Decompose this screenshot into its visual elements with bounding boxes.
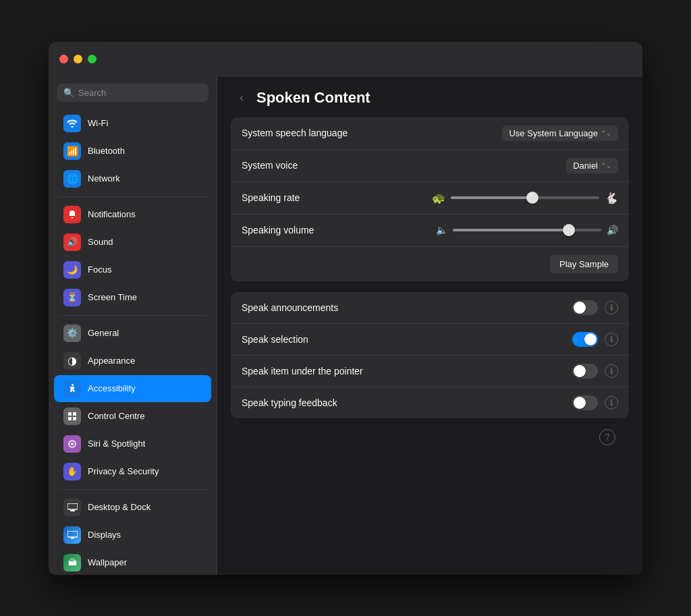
speak-typing-toggle[interactable] [572,395,598,410]
svg-rect-7 [67,503,78,509]
speech-settings-card: System speech language Use System Langua… [231,117,629,281]
speak-selection-row: Speak selection ℹ [231,324,629,356]
screen-time-icon: ⏳ [63,289,81,306]
sidebar-item-appearance[interactable]: ◑ Appearance [54,347,211,374]
privacy-icon: ✋ [63,463,81,480]
close-button[interactable] [59,55,68,63]
speak-pointer-row: Speak item under the pointer ℹ [231,356,629,387]
speech-language-label: System speech language [242,128,502,138]
sidebar-item-screen-time[interactable]: ⏳ Screen Time [54,284,211,311]
general-icon: ⚙️ [63,325,81,342]
sidebar-item-wifi[interactable]: Wi-Fi [54,110,211,137]
sidebar-label-notifications: Notifications [88,209,136,219]
speech-language-select[interactable]: Use System Language ⌃⌄ [502,125,618,141]
sidebar-label-wallpaper: Wallpaper [88,557,127,567]
maximize-button[interactable] [88,55,96,63]
back-button[interactable]: ‹ [233,90,250,106]
control-centre-icon [63,408,81,425]
speak-typing-info-button[interactable]: ℹ [605,396,618,410]
speaking-rate-track [451,196,599,199]
sidebar-item-siri-spotlight[interactable]: Siri & Spotlight [54,430,211,457]
wallpaper-icon: 🏔 [63,554,81,571]
sidebar-label-wifi: Wi-Fi [88,118,108,128]
sidebar-item-wallpaper[interactable]: 🏔 Wallpaper [54,549,211,575]
main-header: ‹ Spoken Content [217,77,642,117]
divider-3 [58,489,207,490]
system-settings-window: 🔍 Wi-Fi 📶 Bluetooth [49,42,642,575]
speaking-volume-label: Speaking volume [242,225,430,235]
title-bar [49,42,642,77]
sidebar-label-siri: Siri & Spotlight [88,439,145,449]
sidebar-item-control-centre[interactable]: Control Centre [54,403,211,430]
back-chevron-icon: ‹ [240,90,244,105]
speaking-volume-fill [453,229,569,231]
sidebar-item-desktop-dock[interactable]: Desktop & Dock [54,494,211,521]
sidebar-item-focus[interactable]: 🌙 Focus [54,256,211,283]
speak-selection-toggle[interactable] [572,332,598,347]
search-icon: 🔍 [63,88,74,98]
svg-rect-8 [70,510,75,511]
speaking-volume-track [453,229,601,231]
speak-selection-label: Speak selection [242,334,565,345]
page-title: Spoken Content [256,89,370,107]
focus-icon: 🌙 [63,261,81,279]
sidebar-item-sound[interactable]: 🔊 Sound [54,229,211,256]
slow-turtle-icon: 🐢 [432,192,445,204]
accessibility-icon [63,380,81,397]
speech-language-value: Use System Language [509,128,598,138]
appearance-icon: ◑ [63,352,81,370]
divider-2 [58,315,207,316]
minimize-button[interactable] [74,55,82,63]
sidebar-label-control-centre: Control Centre [88,411,145,421]
speak-selection-info-button[interactable]: ℹ [605,333,618,346]
svg-rect-9 [67,531,78,537]
speak-pointer-label: Speak item under the pointer [242,366,565,376]
desktop-dock-icon [63,499,81,516]
displays-icon [63,526,81,544]
search-input[interactable] [78,88,202,98]
sidebar-label-accessibility: Accessibility [88,383,136,393]
speaking-rate-row: Speaking rate 🐢 🐇 [231,182,629,215]
svg-rect-10 [71,538,74,539]
content-area: 🔍 Wi-Fi 📶 Bluetooth [49,77,642,575]
sidebar-label-focus: Focus [88,264,111,275]
sidebar-label-sound: Sound [88,237,113,247]
sidebar-item-bluetooth[interactable]: 📶 Bluetooth [54,138,211,165]
speech-language-row: System speech language Use System Langua… [231,117,629,150]
chevron-updown-icon: ⌃⌄ [601,130,611,137]
traffic-lights [59,55,96,63]
speak-pointer-info-button[interactable]: ℹ [605,364,618,378]
siri-icon [63,435,81,453]
play-sample-button[interactable]: Play Sample [550,255,618,273]
svg-rect-4 [73,417,76,420]
speaking-volume-thumb[interactable] [563,224,575,236]
divider-1 [58,196,207,197]
speak-pointer-knob [574,365,586,377]
system-voice-value: Daniel [573,161,598,171]
system-voice-control: Daniel ⌃⌄ [566,158,618,173]
speak-announcements-info-button[interactable]: ℹ [605,301,618,314]
sidebar: 🔍 Wi-Fi 📶 Bluetooth [49,77,217,575]
sidebar-item-accessibility[interactable]: Accessibility [54,375,211,402]
bluetooth-icon: 📶 [63,142,81,160]
speak-typing-knob [574,397,586,409]
speak-pointer-toggle[interactable] [572,364,598,379]
sidebar-item-general[interactable]: ⚙️ General [54,320,211,347]
sidebar-item-notifications[interactable]: Notifications [54,201,211,228]
sidebar-label-general: General [88,328,119,338]
svg-rect-2 [73,412,76,416]
help-button[interactable]: ? [599,429,615,445]
sidebar-item-network[interactable]: 🌐 Network [54,165,211,192]
toggle-settings-card: Speak announcements ℹ Speak selection ℹ [231,292,629,418]
system-voice-select[interactable]: Daniel ⌃⌄ [566,158,618,173]
fast-rabbit-icon: 🐇 [605,192,618,204]
notifications-icon [63,206,81,223]
play-sample-row: Play Sample [231,247,629,281]
sidebar-item-privacy-security[interactable]: ✋ Privacy & Security [54,458,211,485]
search-box[interactable]: 🔍 [57,84,209,102]
sidebar-item-displays[interactable]: Displays [54,522,211,549]
speak-announcements-toggle[interactable] [572,300,598,315]
speaking-rate-label: Speaking rate [242,192,430,203]
speaking-rate-thumb[interactable] [526,192,538,204]
sidebar-label-network: Network [88,173,120,184]
